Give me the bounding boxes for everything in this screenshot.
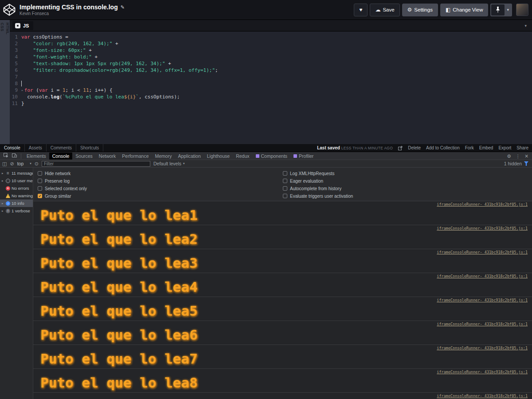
hidden-messages[interactable]: 1 hidden bbox=[504, 161, 528, 166]
pen-action-export[interactable]: Export bbox=[498, 145, 511, 150]
pen-tab-shortcuts[interactable]: Shortcuts bbox=[76, 144, 103, 152]
devtools-settings-icon[interactable]: ⚙ bbox=[507, 153, 511, 159]
change-view-button[interactable]: ◧Change View bbox=[440, 4, 489, 16]
log-message[interactable]: Puto el que lo lea6 bbox=[40, 327, 528, 343]
code-line[interactable]: 9▸for (var i = 1; i < 11; i++) { bbox=[10, 87, 532, 94]
log-source-link[interactable]: iframeConsoleRunner-_431bc918c2bf05.js:1 bbox=[437, 394, 528, 398]
code-line[interactable]: 8 bbox=[10, 80, 532, 87]
console-setting-evaluate-triggers-user-activation[interactable]: Evaluate triggers user activation bbox=[283, 193, 353, 199]
checkbox[interactable] bbox=[283, 186, 287, 191]
device-toolbar-icon[interactable] bbox=[10, 153, 19, 159]
clear-console-icon[interactable]: ⊘ bbox=[10, 161, 14, 166]
code-line[interactable]: 6 "filter: dropshadow(color=rgb(249, 162… bbox=[10, 67, 532, 74]
checkbox[interactable] bbox=[38, 194, 42, 198]
sidebar-filter-error[interactable]: ✕No errors bbox=[0, 184, 33, 192]
code-line[interactable]: 1var cssOptions = bbox=[10, 34, 532, 40]
console-setting-selected-context-only[interactable]: Selected context only bbox=[38, 186, 283, 191]
console-setting-preserve-log[interactable]: Preserve log bbox=[38, 178, 283, 184]
settings-button[interactable]: ⚙Settings bbox=[402, 4, 438, 16]
code-line[interactable]: 2 "color: rgb(249, 162, 34);" + bbox=[10, 40, 532, 47]
pen-action-delete[interactable]: Delete bbox=[408, 145, 421, 150]
devtools-tab-performance[interactable]: Performance bbox=[119, 153, 152, 160]
pen-tab-comments[interactable]: Comments bbox=[47, 144, 76, 152]
like-button[interactable]: ♥ bbox=[354, 4, 368, 16]
log-source-link[interactable]: iframeConsoleRunner-_431bc918c2bf05.js:1 bbox=[437, 298, 528, 302]
collapsed-html-panel[interactable]: HTML bbox=[5, 23, 10, 144]
checkbox[interactable] bbox=[38, 179, 42, 183]
devtools-tab-lighthouse[interactable]: Lighthouse bbox=[204, 153, 233, 160]
devtools-tab-elements[interactable]: Elements bbox=[23, 153, 49, 160]
expand-arrow-icon[interactable]: ▸ bbox=[2, 172, 4, 175]
sidebar-filter-info[interactable]: ▸i10 info bbox=[0, 200, 33, 207]
checkbox[interactable] bbox=[283, 179, 287, 183]
log-levels-dropdown[interactable]: Default levels ▾ bbox=[153, 161, 185, 166]
code-line[interactable]: 5 "text-shadow: 1px 1px 5px rgb(249, 162… bbox=[10, 60, 532, 67]
edit-title-icon[interactable]: ✎ bbox=[121, 4, 125, 10]
expand-arrow-icon[interactable]: ▸ bbox=[2, 202, 4, 205]
devtools-tab-memory[interactable]: Memory bbox=[152, 153, 175, 160]
log-message[interactable]: Puto el que lo lea7 bbox=[40, 351, 528, 367]
pen-action-embed[interactable]: Embed bbox=[479, 145, 493, 150]
checkbox[interactable] bbox=[283, 194, 287, 198]
expand-arrow-icon[interactable]: ▸ bbox=[2, 209, 4, 213]
pen-author[interactable]: Kevin Fonseca bbox=[20, 11, 125, 16]
log-message[interactable]: Puto el que lo lea3 bbox=[40, 255, 528, 271]
code-line[interactable]: 11} bbox=[10, 100, 532, 107]
sidebar-filter-warning[interactable]: !No warnings bbox=[0, 192, 33, 200]
code-line[interactable]: 3 "font-size: 60px;" + bbox=[10, 47, 532, 54]
log-message[interactable]: Puto el que lo lea4 bbox=[40, 279, 528, 295]
log-source-link[interactable]: iframeConsoleRunner-_431bc918c2bf05.js:1 bbox=[437, 274, 528, 278]
checkbox[interactable] bbox=[283, 171, 287, 176]
console-setting-autocomplete-from-history[interactable]: Autocomplete from history bbox=[283, 186, 353, 191]
devtools-tab-profiler[interactable]: Profiler bbox=[290, 153, 317, 160]
live-expression-icon[interactable]: ⊙ bbox=[35, 161, 39, 166]
code-line[interactable]: 4 "font-weight: bold;" + bbox=[10, 54, 532, 60]
log-source-link[interactable]: iframeConsoleRunner-_431bc918c2bf05.js:1 bbox=[437, 370, 528, 374]
log-source-link[interactable]: iframeConsoleRunner-_431bc918c2bf05.js:1 bbox=[437, 226, 528, 231]
devtools-tab-sources[interactable]: Sources bbox=[72, 153, 96, 160]
devtools-tab-application[interactable]: Application bbox=[175, 153, 203, 160]
console-sidebar-toggle-icon[interactable]: ◫ bbox=[2, 161, 7, 166]
pen-tab-console[interactable]: Console bbox=[0, 144, 25, 152]
pen-action-add-to-collection[interactable]: Add to Collection bbox=[426, 145, 460, 150]
console-setting-hide-network[interactable]: Hide network bbox=[38, 171, 283, 176]
log-message[interactable]: Puto el que lo lea2 bbox=[40, 231, 528, 247]
expand-arrow-icon[interactable]: ▸ bbox=[2, 179, 4, 183]
context-selector[interactable]: top ▾ bbox=[17, 161, 31, 166]
export-pen-icon[interactable] bbox=[398, 146, 403, 150]
console-setting-log-xmlhttprequests[interactable]: Log XMLHttpRequests bbox=[283, 171, 353, 176]
devtools-tab-console[interactable]: Console bbox=[49, 153, 73, 160]
console-setting-group-similar[interactable]: Group similar bbox=[38, 193, 283, 199]
sidebar-filter-user[interactable]: ▸10 user messages bbox=[0, 177, 33, 184]
code-line[interactable]: 7 bbox=[10, 74, 532, 80]
devtools-more-icon[interactable]: ⋮ bbox=[516, 153, 520, 159]
codepen-logo-icon[interactable] bbox=[3, 3, 16, 16]
user-avatar[interactable] bbox=[516, 4, 528, 16]
save-button[interactable]: ☁Save bbox=[370, 4, 399, 16]
log-message[interactable]: Puto el que lo lea1 bbox=[40, 207, 528, 223]
devtools-tab-redux[interactable]: Redux bbox=[233, 153, 252, 160]
log-source-link[interactable]: iframeConsoleRunner-_431bc918c2bf05.js:1 bbox=[437, 322, 528, 326]
sidebar-filter-verbose[interactable]: ▸!1 verbose bbox=[0, 207, 33, 215]
pin-button[interactable] bbox=[491, 4, 505, 16]
js-editor-tab[interactable]: JS bbox=[12, 21, 33, 30]
checkbox[interactable] bbox=[38, 186, 42, 191]
code-line[interactable]: 10 console.log(`%cPuto el que lo lea${i}… bbox=[10, 94, 532, 100]
pen-action-share[interactable]: Share bbox=[516, 145, 528, 150]
collapsed-css-panel[interactable]: CSS bbox=[0, 23, 4, 144]
checkbox[interactable] bbox=[38, 171, 42, 176]
devtools-tab-components[interactable]: Components bbox=[253, 153, 291, 160]
console-setting-eager-evaluation[interactable]: Eager evaluation bbox=[283, 178, 353, 184]
inspect-element-icon[interactable] bbox=[2, 153, 10, 159]
editor-collapse-icon[interactable]: ▾ bbox=[522, 23, 529, 29]
pen-action-fork[interactable]: Fork bbox=[465, 145, 474, 150]
log-source-link[interactable]: iframeConsoleRunner-_431bc918c2bf05.js:1 bbox=[437, 250, 528, 254]
devtools-close-icon[interactable]: ✕ bbox=[524, 153, 528, 159]
code-editor[interactable]: 1var cssOptions =2 "color: rgb(249, 162,… bbox=[10, 31, 532, 144]
log-message[interactable]: Puto el que lo lea8 bbox=[40, 375, 528, 391]
sidebar-filter-list[interactable]: ▸≡11 messages bbox=[0, 169, 33, 177]
log-message[interactable]: Puto el que lo lea5 bbox=[40, 303, 528, 319]
fold-arrow-icon[interactable]: ▸ bbox=[21, 87, 23, 94]
log-source-link[interactable]: iframeConsoleRunner-_431bc918c2bf05.js:1 bbox=[437, 346, 528, 350]
log-source-link[interactable]: iframeConsoleRunner-_431bc918c2bf05.js:1 bbox=[437, 202, 528, 207]
